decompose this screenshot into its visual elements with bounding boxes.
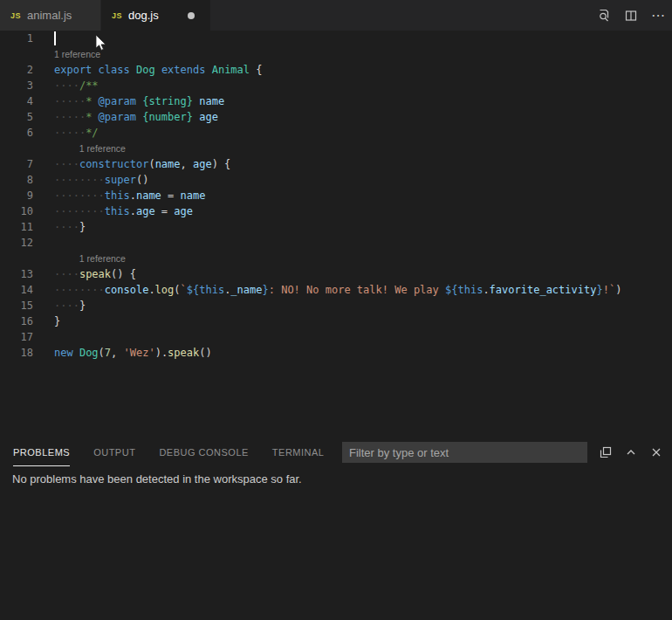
code-token: speak [79,268,111,280]
code-token: */ [86,127,98,139]
code-token: ···· [54,79,79,92]
code-content: ····} [33,219,86,235]
code-token: @param [99,111,136,123]
code-token: ···· [54,158,79,170]
code-token: log [155,284,175,296]
panel-header: PROBLEMSOUTPUTDEBUG CONSOLETERMINAL [0,438,672,466]
panel-tab-output[interactable]: OUTPUT [93,438,135,466]
code-line[interactable]: 11····} [0,219,672,235]
editor-tab-bar: JS animal.js JS dog.js ⋯ [0,0,672,31]
code-token: () [199,347,211,359]
code-token: 7 [105,347,111,359]
code-content: ·····*/ [33,125,99,141]
code-token: @param [99,95,136,107]
code-line[interactable]: 13····speak() { [0,266,672,282]
line-number: 5 [0,109,33,125]
line-number: 11 [0,219,33,235]
code-token: age [199,111,218,123]
code-line[interactable]: 17 [0,329,672,345]
close-panel-icon[interactable] [649,445,663,459]
panel-tab-problems[interactable]: PROBLEMS [13,438,70,466]
code-line[interactable]: 16} [0,313,672,329]
code-token: ) [615,284,621,296]
code-token: = [155,205,175,217]
line-number: 16 [0,313,33,329]
search-file-icon[interactable] [597,9,611,23]
line-number: 12 [0,235,33,251]
code-token: * [86,111,98,123]
code-content: ········this.name = name [33,188,205,203]
code-line[interactable]: 10········this.age = age [0,203,672,219]
modified-indicator-icon[interactable] [188,12,195,19]
line-number: 3 [0,78,33,93]
code-token: ········ [54,284,105,296]
code-token: ( [148,158,154,170]
tab-animal-js[interactable]: JS animal.js [0,0,101,31]
code-token: /** [79,79,99,92]
tab-dog-js[interactable]: JS dog.js [101,0,211,31]
maximize-panel-icon[interactable] [624,445,638,459]
code-token: } [596,284,602,296]
code-line[interactable]: 8········super() [0,172,672,188]
code-token: () { [111,268,136,280]
js-file-icon: JS [10,11,21,20]
panel-tab-terminal[interactable]: TERMINAL [272,438,325,466]
code-token: Dog [136,64,155,76]
code-token [205,64,211,76]
code-line[interactable]: 7····constructor(name, age) { [0,156,672,172]
code-token [130,64,136,76]
code-line[interactable]: 1 [0,31,672,46]
problems-filter-input[interactable] [342,442,587,463]
code-line[interactable]: 3····/** [0,78,672,93]
code-content: ····/** [33,78,99,93]
line-number: 1 [0,31,33,46]
codelens-reference[interactable]: 1 reference [0,251,672,266]
code-token: super [105,174,136,186]
code-token: name [199,95,224,107]
code-token: _name [230,284,262,296]
code-line[interactable]: 18new Dog(7, 'Wez').speak() [0,345,672,361]
code-content: ········this.age = age [33,203,193,219]
split-editor-icon[interactable] [624,9,638,23]
panel-actions [599,445,663,459]
code-token: * [86,95,98,107]
code-content: ····speak() { [33,266,136,282]
code-token [73,347,79,359]
code-token: ${ [445,284,457,296]
code-content: new Dog(7, 'Wez').speak() [33,345,212,361]
code-token: , [181,158,193,170]
collapse-all-icon[interactable] [599,445,613,459]
line-number: 6 [0,125,33,141]
problems-message: No problems have been detected in the wo… [0,466,672,486]
code-token: new [54,347,73,359]
code-token: name [181,189,206,202]
bottom-panel: PROBLEMSOUTPUTDEBUG CONSOLETERMINAL [0,438,672,620]
code-line[interactable]: 9········this.name = name [0,188,672,203]
codelens-reference[interactable]: 1 reference [0,46,672,62]
code-line[interactable]: 15····} [0,298,672,313]
code-line[interactable]: 5·····* @param {number} age [0,109,672,125]
code-content [33,235,54,251]
code-line[interactable]: 14········console.log(`${this._name}: NO… [0,282,672,298]
code-token: } [262,284,268,296]
code-line[interactable]: 2export class Dog extends Animal { [0,62,672,78]
code-line[interactable]: 4·····* @param {string} name [0,93,672,109]
panel-tab-debug-console[interactable]: DEBUG CONSOLE [159,438,248,466]
panel-tabs: PROBLEMSOUTPUTDEBUG CONSOLETERMINAL [13,438,324,466]
code-content: ·····* @param {string} name [33,93,224,109]
codelens-reference[interactable]: 1 reference [0,141,672,156]
code-content: ········console.log(`${this._name}: NO! … [33,282,621,298]
code-token: console [105,284,149,296]
code-token: ). [155,347,168,359]
code-token: } [54,315,60,327]
code-line[interactable]: 6·····*/ [0,125,672,141]
code-token: 'Wez' [124,347,155,359]
code-token [92,64,98,76]
code-token: age [174,205,193,217]
line-number: 15 [0,298,33,313]
code-token: name [155,158,181,170]
code-editor[interactable]: 11 reference2export class Dog extends An… [0,31,672,361]
line-number: 13 [0,266,33,282]
more-actions-icon[interactable]: ⋯ [651,9,665,23]
code-line[interactable]: 12 [0,235,672,251]
